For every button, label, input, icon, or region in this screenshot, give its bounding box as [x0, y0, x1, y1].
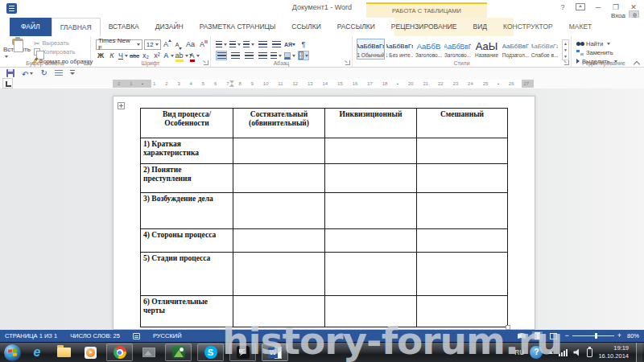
- copy-button[interactable]: Копировать: [34, 48, 93, 56]
- start-button[interactable]: [4, 344, 21, 361]
- replace-button[interactable]: Заменить: [576, 48, 634, 56]
- clock[interactable]: 19:19 16.10.2014: [598, 344, 629, 360]
- read-mode-button[interactable]: [516, 331, 526, 340]
- table-cell[interactable]: [233, 193, 325, 229]
- table-cell[interactable]: [417, 138, 508, 164]
- superscript-button[interactable]: x²: [152, 51, 162, 61]
- customize-qat-icon[interactable]: [70, 70, 76, 76]
- redo-button[interactable]: ↻: [40, 69, 47, 77]
- tab-mailings[interactable]: РАССЫЛКИ: [329, 18, 383, 36]
- table-cell[interactable]: [417, 193, 508, 229]
- tab-page-layout[interactable]: РАЗМЕТКА СТРАНИЦЫ: [192, 18, 284, 36]
- italic-button[interactable]: К: [107, 51, 117, 61]
- help-tray-icon[interactable]: ?: [530, 346, 543, 359]
- font-color-button[interactable]: А: [190, 51, 200, 61]
- font-name-combo[interactable]: Times New F: [96, 39, 142, 50]
- table-cell[interactable]: [325, 253, 417, 296]
- taskbar-icon-internet-explorer[interactable]: e: [27, 343, 47, 361]
- paste-button[interactable]: Вставить: [3, 39, 32, 60]
- sort-button[interactable]: АЯ: [284, 39, 295, 49]
- table-cell[interactable]: [417, 229, 508, 253]
- zoom-level[interactable]: 80%: [627, 332, 639, 339]
- table-header-cell[interactable]: Смешанный: [417, 109, 508, 138]
- taskbar-icon-black-app[interactable]: [229, 343, 256, 361]
- battery-icon[interactable]: [587, 348, 592, 357]
- minimize-icon[interactable]: ─: [591, 2, 605, 13]
- zoom-in-icon[interactable]: +: [617, 332, 621, 339]
- table-cell[interactable]: [325, 229, 417, 253]
- highlight-button[interactable]: ab: [175, 51, 188, 61]
- table-cell[interactable]: [233, 229, 325, 253]
- show-desktop-button[interactable]: [636, 343, 642, 362]
- cut-button[interactable]: ✂Вырезать: [34, 39, 93, 47]
- paragraph-dialog-launcher-icon[interactable]: [345, 60, 350, 65]
- table-cell[interactable]: [325, 164, 417, 193]
- clipboard-dialog-launcher-icon[interactable]: [84, 60, 89, 65]
- style-item-subtle-emphasis[interactable]: АаБбВвГг Слабое в...: [530, 39, 559, 60]
- page[interactable]: Вид процесса/ Особенности Состязательный…: [113, 96, 535, 330]
- tab-selector[interactable]: [2, 78, 13, 88]
- taskbar-icon-skype[interactable]: S: [197, 343, 224, 361]
- bullets-button[interactable]: [216, 39, 227, 49]
- zoom-slider[interactable]: − +: [564, 332, 621, 339]
- collapse-ribbon-icon[interactable]: [634, 60, 640, 64]
- ribbon-display-options-icon[interactable]: [576, 3, 585, 10]
- table-cell[interactable]: [233, 296, 325, 327]
- text-effects-button[interactable]: А: [163, 51, 174, 61]
- font-size-combo[interactable]: 12: [144, 39, 161, 50]
- show-marks-button[interactable]: ¶: [298, 39, 309, 49]
- table-row-label[interactable]: 5) Стадии процесса: [141, 253, 233, 296]
- table-header-cell[interactable]: Инквизиционный: [325, 109, 417, 138]
- table-cell[interactable]: [325, 138, 417, 164]
- proofing-icon[interactable]: [133, 333, 140, 339]
- page-indicator[interactable]: СТРАНИЦА 1 ИЗ 1: [5, 332, 57, 339]
- table-cell[interactable]: [233, 253, 325, 296]
- taskbar-icon-word[interactable]: W: [262, 343, 288, 361]
- style-item-title[interactable]: АаЫ Название: [473, 39, 501, 60]
- tab-home[interactable]: ГЛАВНАЯ: [52, 18, 101, 36]
- style-item-no-spacing[interactable]: АаБбВвГг, 1 Без инте...: [386, 39, 414, 60]
- tab-insert[interactable]: ВСТАВКА: [101, 18, 147, 36]
- table-row-label[interactable]: 4) Стороны процесса: [141, 229, 233, 253]
- styles-gallery-scroll[interactable]: ▲▼▼: [562, 39, 569, 60]
- taskbar-icon-chrome[interactable]: [106, 343, 133, 361]
- table-cell[interactable]: [417, 296, 508, 327]
- table-cell[interactable]: [325, 296, 417, 327]
- tab-table-layout[interactable]: МАКЕТ: [561, 18, 601, 36]
- grow-font-button[interactable]: А: [163, 39, 172, 50]
- table-cell[interactable]: [233, 164, 325, 193]
- taskbar-icon-photos[interactable]: [138, 343, 159, 361]
- tab-references[interactable]: ССЫЛКИ: [283, 18, 328, 36]
- hidden-icons-icon[interactable]: [548, 351, 553, 354]
- zoom-slider-thumb[interactable]: [595, 333, 597, 339]
- table-cell[interactable]: [233, 138, 325, 164]
- list-command-button[interactable]: [55, 70, 63, 76]
- borders-button[interactable]: [298, 51, 309, 60]
- style-item-subtitle[interactable]: АаБбВвГ Подзагол...: [502, 39, 530, 60]
- ruler-indent-marker[interactable]: [229, 80, 235, 87]
- table-row-label[interactable]: 6) Отличительные черты: [141, 296, 233, 327]
- style-item-normal[interactable]: АаБбВвГг, 1 Обычный: [357, 39, 385, 60]
- print-layout-button[interactable]: [532, 331, 543, 340]
- network-icon[interactable]: [559, 349, 568, 356]
- subscript-button[interactable]: x₂: [141, 51, 151, 61]
- change-case-button[interactable]: Аа: [185, 39, 196, 50]
- table-cell[interactable]: [417, 164, 508, 193]
- table-row-label[interactable]: 3) Возбуждение дела: [141, 193, 233, 229]
- word-count[interactable]: ЧИСЛО СЛОВ: 25: [70, 332, 120, 339]
- style-item-heading2[interactable]: АаБбВвГ Заголово...: [444, 39, 472, 60]
- multilevel-list-button[interactable]: [243, 39, 254, 49]
- horizontal-ruler[interactable]: 21▪ 123 456 789 101112 131415 161718 ▪20…: [113, 80, 534, 88]
- tab-table-design[interactable]: КОНСТРУКТОР: [495, 18, 561, 36]
- increase-indent-button[interactable]: [270, 39, 282, 49]
- tab-design[interactable]: ДИЗАЙН: [147, 18, 192, 36]
- tab-view[interactable]: ВИД: [465, 18, 496, 36]
- web-layout-button[interactable]: [548, 331, 559, 340]
- bold-button[interactable]: Ж: [96, 51, 105, 61]
- table-header-cell[interactable]: Вид процесса/ Особенности: [141, 109, 233, 138]
- numbering-button[interactable]: [229, 39, 241, 49]
- align-left-button[interactable]: [216, 51, 227, 60]
- table-cell[interactable]: [417, 253, 508, 296]
- table-row-label[interactable]: 2) Понятие преступления: [141, 164, 233, 193]
- table-move-handle-icon[interactable]: [118, 102, 125, 109]
